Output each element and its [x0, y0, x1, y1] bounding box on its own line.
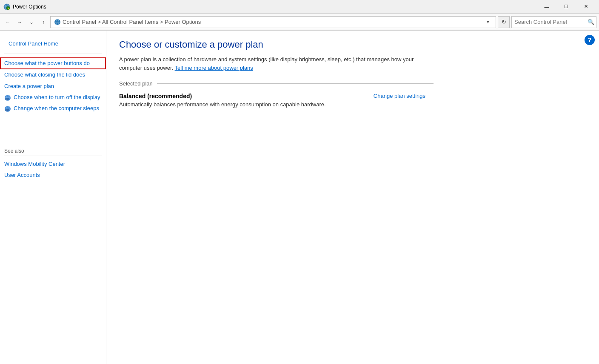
- address-bar: ← → ⌄ ↑ Control Panel > All Control Pane…: [0, 14, 599, 31]
- selected-plan-divider: [157, 83, 434, 84]
- selected-plan-section: Selected plan Balanced (recommended) Aut…: [119, 80, 586, 108]
- main-content: Control Panel Home Choose what the power…: [0, 31, 599, 364]
- plan-description: Automatically balances performance with …: [119, 101, 374, 108]
- selected-plan-header: Selected plan: [119, 80, 586, 87]
- title-bar: ⚡ Power Options — ☐ ✕: [0, 0, 599, 14]
- content-description: A power plan is a collection of hardware…: [119, 55, 417, 72]
- title-bar-left: ⚡ Power Options: [3, 3, 46, 10]
- sidebar-item-closing-lid[interactable]: Choose what closing the lid does: [0, 69, 106, 80]
- address-globe-icon: [54, 19, 61, 26]
- sidebar-item-control-panel-home[interactable]: Control Panel Home: [4, 38, 102, 49]
- breadcrumb-part2: All Control Panel Items: [102, 19, 158, 25]
- search-icon: 🔍: [588, 19, 594, 25]
- sidebar-item-mobility-center[interactable]: Windows Mobility Center: [0, 159, 106, 170]
- window-title: Power Options: [13, 4, 46, 10]
- see-also-title: See also: [0, 139, 106, 156]
- plan-row: Balanced (recommended) Automatically bal…: [119, 93, 425, 108]
- sidebar-item-turn-off-display[interactable]: Choose when to turn off the display: [0, 92, 106, 103]
- sidebar-item-computer-sleeps[interactable]: Change when the computer sleeps: [0, 103, 106, 114]
- close-button[interactable]: ✕: [576, 0, 596, 14]
- learn-more-link[interactable]: Tell me more about power plans: [175, 65, 253, 71]
- sidebar-item-power-buttons[interactable]: Choose what the power buttons do: [0, 57, 106, 69]
- up-button[interactable]: ↑: [38, 17, 48, 27]
- breadcrumb-sep2: >: [160, 19, 165, 25]
- plan-info: Balanced (recommended) Automatically bal…: [119, 93, 374, 108]
- breadcrumb: Control Panel > All Control Panel Items …: [63, 19, 482, 25]
- app-icon: ⚡: [3, 3, 10, 10]
- sidebar: Control Panel Home Choose what the power…: [0, 31, 106, 364]
- content-panel: ? Choose or customize a power plan A pow…: [106, 31, 599, 364]
- plan-name: Balanced (recommended): [119, 93, 374, 100]
- svg-point-16: [5, 109, 9, 111]
- display-icon: [4, 94, 11, 101]
- sidebar-item-create-plan[interactable]: Create a power plan: [0, 81, 106, 92]
- sleep-icon: [4, 105, 11, 112]
- search-box[interactable]: 🔍: [511, 16, 596, 28]
- change-plan-settings-link[interactable]: Change plan settings: [374, 93, 425, 99]
- help-button[interactable]: ?: [585, 35, 595, 45]
- page-title: Choose or customize a power plan: [119, 39, 586, 50]
- address-dropdown-button[interactable]: ▼: [484, 16, 492, 28]
- search-input[interactable]: [514, 19, 586, 25]
- breadcrumb-part3: Power Options: [165, 19, 201, 25]
- selected-plan-label: Selected plan: [119, 80, 153, 87]
- breadcrumb-sep1: >: [97, 19, 102, 25]
- forward-button[interactable]: →: [14, 17, 25, 27]
- back-button[interactable]: ←: [3, 17, 13, 27]
- minimize-button[interactable]: —: [537, 0, 556, 14]
- maximize-button[interactable]: ☐: [556, 0, 576, 14]
- breadcrumb-part1: Control Panel: [63, 19, 96, 25]
- window-controls: — ☐ ✕: [537, 0, 596, 14]
- address-field[interactable]: Control Panel > All Control Panel Items …: [50, 16, 496, 28]
- svg-text:⚡: ⚡: [7, 7, 10, 10]
- svg-point-13: [5, 98, 9, 100]
- refresh-button[interactable]: ↻: [498, 16, 510, 28]
- sidebar-item-user-accounts[interactable]: User Accounts: [0, 170, 106, 181]
- recent-button[interactable]: ⌄: [26, 17, 37, 27]
